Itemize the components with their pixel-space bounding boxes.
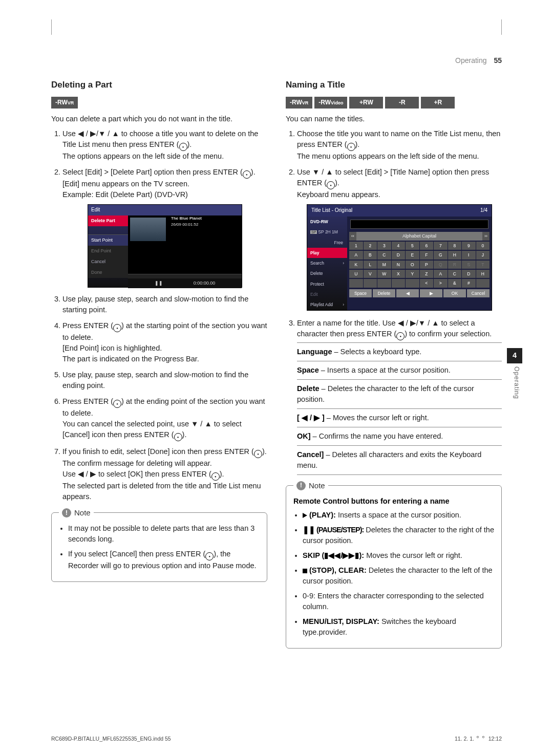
left-step-1: Use ◀ / ▶/▼ / ▲ to choose a title you wa… <box>62 128 267 162</box>
manual-page: Operating 55 Deleting a Part -RWVR You c… <box>0 0 553 756</box>
def-ok: OK] – Confirms the name you have entered… <box>297 427 502 446</box>
skip-icon: SKIP (▮◀◀/▶▶▮): <box>303 551 364 559</box>
note-box-left: ! Note It may not be possible to delete … <box>51 512 267 582</box>
enter-icon <box>327 181 335 189</box>
s1-header: Edit <box>88 205 242 215</box>
crop-marks <box>51 19 502 35</box>
tag-plusr: +R <box>421 97 455 109</box>
keyboard-definitions: Language – Selects a keyboard type. Spac… <box>297 342 502 475</box>
s2-sidebar: DVD-RW SPSP 2H 1M Free Play Search› Dele… <box>307 217 347 310</box>
note-box-right: ! Note Remote Control buttons for enteri… <box>286 485 502 649</box>
screenshot-edit-delete: Edit Delete Part Start Point End Point C… <box>88 204 242 288</box>
enter-icon <box>254 450 262 458</box>
disc-tags-right: -RWVR -RWVideo +RW -R +R <box>286 97 502 109</box>
def-space: Space – Inserts a space at the cursor po… <box>297 361 502 380</box>
footer-file: RC689D-P.BITALLU_MFL65225535_ENG.indd 55 <box>51 735 171 743</box>
enter-icon <box>113 400 121 408</box>
right-step-2: Use ▼ / ▲ to select [Edit] > [Title Name… <box>297 167 502 310</box>
note-subheading: Remote Control buttons for entering a na… <box>293 496 494 507</box>
s2-keyboard: ‹‹ Alphabet Capital ›› 1234567890 ABCDEF… <box>347 217 492 310</box>
def-cancel: Cancel] – Deletes all characters and exi… <box>297 446 502 475</box>
steps-left: Use ◀ / ▶/▼ / ▲ to choose a title you wa… <box>51 128 267 502</box>
play-icon <box>303 513 307 518</box>
rc-menu: MENU/LIST, DISPLAY: Switches the keyboar… <box>303 616 494 638</box>
section-label: Operating <box>455 56 486 64</box>
page-footer: RC689D-P.BITALLU_MFL65225535_ENG.indd 55… <box>51 735 502 743</box>
left-step-7: If you finish to edit, select [Done] ico… <box>62 446 267 502</box>
heading-naming: Naming a Title <box>286 79 502 92</box>
rc-skip: SKIP (▮◀◀/▶▶▮): Moves the cursor left or… <box>303 550 494 561</box>
tag-rwvr: -RWVR <box>51 97 78 109</box>
right-step-1: Choose the title you want to name on the… <box>297 128 502 162</box>
left-note-1: It may not be possible to delete parts t… <box>68 523 260 545</box>
s1-sidebar: Delete Part Start Point End Point Cancel… <box>88 215 128 287</box>
content-columns: Deleting a Part -RWVR You can delete a p… <box>51 79 502 649</box>
note-icon: ! <box>296 481 306 490</box>
s1-main: The Blue Planet 26/09 00:01:52 ❚❚ 0:00:0… <box>128 215 242 287</box>
tag-rwvr-2: -RWVR <box>286 97 312 109</box>
chapter-tab: 4 <box>507 348 522 363</box>
def-language: Language – Selects a keyboard type. <box>297 342 502 361</box>
enter-icon <box>205 552 214 560</box>
rc-play: (PLAY): Inserts a space at the cursor po… <box>303 510 494 521</box>
enter-icon <box>211 472 220 481</box>
enter-icon <box>179 143 187 151</box>
col-left: Deleting a Part -RWVR You can delete a p… <box>51 79 267 649</box>
left-step-6: Press ENTER () at the ending point of th… <box>62 396 267 441</box>
right-step-3: Enter a name for the title. Use ◀ / ▶/▼ … <box>297 318 502 475</box>
footer-time: 11. 2. 1. ᄋᄋ 12:12 <box>455 735 502 743</box>
enter-icon <box>347 143 355 151</box>
chapter-label: Operating <box>512 366 521 399</box>
tag-plusrw: +RW <box>349 97 383 109</box>
rc-pause: ❚❚ (PAUSE/STEP): Deletes the character t… <box>303 525 494 546</box>
rc-stop: (STOP), CLEAR: Deletes the character to … <box>303 565 494 587</box>
left-step-3: Use play, pause step, search and slow-mo… <box>62 294 267 315</box>
note-header-left: ! Note <box>59 507 94 519</box>
s2-header: Title List - Original 1/4 <box>307 205 492 217</box>
stop-icon <box>303 569 307 573</box>
intro-left: You can delete a part which you do not w… <box>51 114 267 124</box>
note-icon: ! <box>62 508 71 517</box>
left-step-4: Press ENTER () at the starting point of … <box>62 320 267 364</box>
note-header-right: ! Note <box>293 480 328 491</box>
left-note-2: If you select [Cancel] then press ENTER … <box>68 549 260 571</box>
page-number-top: 55 <box>494 56 502 64</box>
disc-tags-left: -RWVR <box>51 97 267 109</box>
screenshot-keyboard: Title List - Original 1/4 DVD-RW SPSP 2H… <box>307 204 492 310</box>
tag-rwvideo: -RWVideo <box>314 97 347 109</box>
steps-right: Choose the title you want to name on the… <box>286 128 502 475</box>
intro-right: You can name the titles. <box>286 114 502 124</box>
page-header: Operating 55 <box>51 55 502 66</box>
left-step-2: Select [Edit] > [Delete Part] option the… <box>62 167 267 288</box>
thumb-icon <box>130 218 166 241</box>
heading-deleting: Deleting a Part <box>51 79 267 92</box>
left-step-5: Use play, pause step, search and slow-mo… <box>62 370 267 391</box>
col-right: Naming a Title -RWVR -RWVideo +RW -R +R … <box>286 79 502 649</box>
enter-icon <box>174 433 182 441</box>
rc-digits: 0-9: Enters the character corresponding … <box>303 591 494 612</box>
enter-icon <box>113 324 121 332</box>
enter-icon <box>396 332 405 340</box>
def-delete: Delete – Deletes the character to the le… <box>297 380 502 409</box>
def-arrows: [ ◀ / ▶ ] – Moves the cursor left or rig… <box>297 409 502 427</box>
enter-icon <box>243 170 251 179</box>
tag-minusr: -R <box>385 97 419 109</box>
pause-icon: ❚❚ (PAUSE/STEP): <box>303 526 364 534</box>
